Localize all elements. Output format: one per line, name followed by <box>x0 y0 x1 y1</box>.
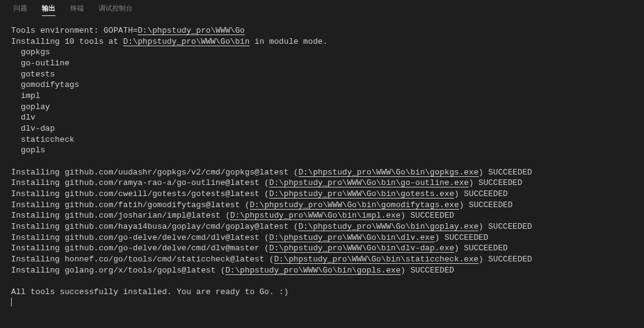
tab-debug-console[interactable]: 调试控制台 <box>99 4 132 16</box>
text-cursor <box>11 298 12 306</box>
tool-item: gopls <box>21 146 46 155</box>
install-line: Installing github.com/fatih/gomodifytags… <box>11 200 513 210</box>
env-path: D:\phpstudy_pro\WWW\Go <box>137 26 245 35</box>
install-header: Installing 10 tools at D:\phpstudy_pro\W… <box>11 37 328 46</box>
tool-item: dlv <box>21 113 36 122</box>
tool-item: dlv-dap <box>21 124 55 133</box>
tab-output[interactable]: 输出 <box>42 4 55 16</box>
tool-item: goplay <box>21 102 50 112</box>
tab-problems[interactable]: 问题 <box>14 4 27 16</box>
install-line: Installing github.com/go-delve/delve/cmd… <box>11 244 508 253</box>
output-panel[interactable]: Tools environment: GOPATH=D:\phpstudy_pr… <box>0 19 644 308</box>
tool-item: go-outline <box>21 59 70 68</box>
tool-item: gopkgs <box>21 47 50 57</box>
install-line: Installing github.com/cweill/gotests/got… <box>11 189 508 199</box>
env-line: Tools environment: GOPATH=D:\phpstudy_pr… <box>11 26 245 35</box>
install-line: Installing github.com/go-delve/delve/cmd… <box>11 233 488 242</box>
tab-terminal[interactable]: 终端 <box>70 4 84 16</box>
install-path: D:\phpstudy_pro\WWW\Go\bin <box>123 37 250 46</box>
install-line: Installing honnef.co/go/tools/cmd/static… <box>11 255 532 264</box>
install-line: Installing github.com/uudashr/gopkgs/v2/… <box>11 168 532 177</box>
install-line: Installing github.com/josharian/impl@lat… <box>11 211 454 220</box>
install-line: Installing github.com/ramya-rao-a/go-out… <box>11 178 523 187</box>
footer-line: All tools successfully installed. You ar… <box>11 287 288 297</box>
install-line: Installing github.com/haya14busa/goplay/… <box>11 222 532 231</box>
tool-item: gotests <box>21 70 55 79</box>
install-line: Installing golang.org/x/tools/gopls@late… <box>11 266 454 275</box>
panel-tabs: 问题 输出 终端 调试控制台 <box>0 0 644 19</box>
tool-item: staticcheck <box>21 135 75 144</box>
tool-item: gomodifytags <box>21 80 79 89</box>
tool-item: impl <box>21 91 41 100</box>
